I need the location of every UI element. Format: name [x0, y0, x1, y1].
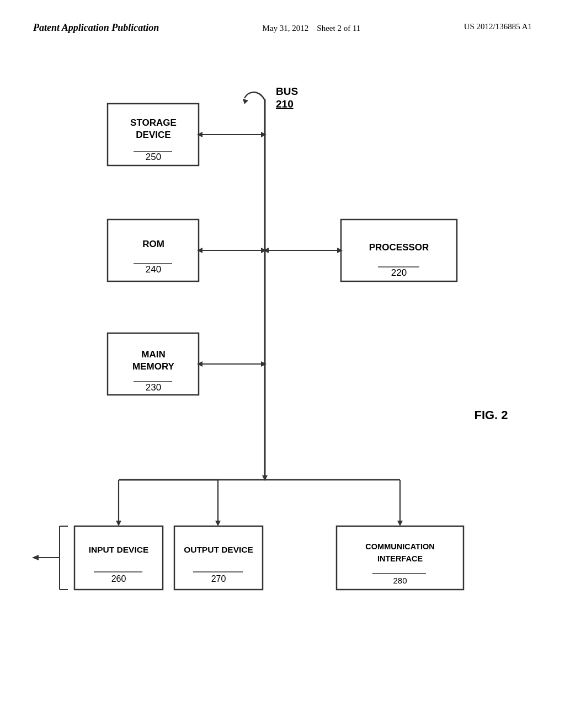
final-diagram: BUS 210 STORAGE DEVICE 250 ROM 240 MAIN …	[28, 66, 552, 706]
svg-text:ROM: ROM	[142, 239, 164, 249]
svg-text:220: 220	[391, 267, 407, 278]
svg-text:280: 280	[393, 576, 407, 585]
svg-marker-71	[243, 99, 248, 104]
svg-text:260: 260	[111, 574, 126, 584]
svg-text:270: 270	[211, 574, 226, 584]
page-header: Patent Application Publication May 31, 2…	[0, 0, 565, 35]
svg-text:240: 240	[146, 264, 161, 275]
fig-text: FIG. 2	[474, 408, 508, 422]
publication-title: Patent Application Publication	[33, 22, 159, 34]
svg-text:MEMORY: MEMORY	[132, 361, 175, 372]
patent-number: US 2012/136885 A1	[464, 22, 532, 31]
svg-text:250: 250	[146, 152, 161, 162]
svg-text:INTERFACE: INTERFACE	[377, 554, 423, 563]
svg-marker-108	[215, 521, 221, 526]
bus-label-final: BUS	[276, 85, 298, 97]
svg-text:INPUT DEVICE: INPUT DEVICE	[89, 545, 149, 554]
svg-marker-129	[32, 555, 39, 560]
svg-text:DEVICE: DEVICE	[136, 130, 170, 140]
header-center: May 31, 2012 Sheet 2 of 11	[263, 22, 361, 35]
svg-text:PROCESSOR: PROCESSOR	[369, 242, 429, 253]
svg-text:COMMUNICATION: COMMUNICATION	[365, 542, 434, 551]
svg-text:230: 230	[146, 382, 161, 393]
svg-text:STORAGE: STORAGE	[130, 117, 177, 128]
sheet-info: Sheet 2 of 11	[317, 24, 360, 33]
bus-number-final: 210	[276, 98, 294, 110]
publication-date: May 31, 2012	[263, 24, 309, 33]
svg-text:OUTPUT DEVICE: OUTPUT DEVICE	[184, 545, 253, 554]
svg-text:MAIN: MAIN	[141, 349, 165, 360]
svg-marker-110	[397, 521, 403, 526]
svg-marker-106	[116, 521, 121, 526]
